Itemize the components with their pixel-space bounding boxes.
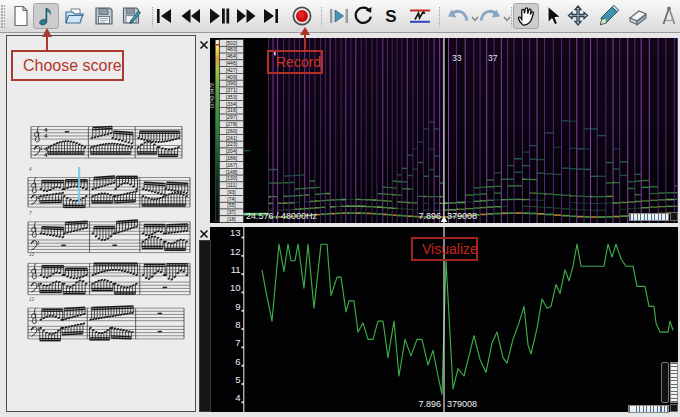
fast-forward-button[interactable] [233, 3, 259, 29]
floppy-disk-icon [92, 4, 116, 28]
frequency-bin-label: [316] [226, 107, 238, 113]
frequency-bin-label: [371] [226, 87, 238, 93]
rewind-to-start-button[interactable] [151, 3, 177, 29]
annotation-record-arrow-line [304, 33, 306, 50]
choose-score-button[interactable] [33, 3, 59, 29]
save-session-button[interactable] [91, 3, 117, 29]
frequency-bin-label: [483] [226, 46, 238, 52]
close-pane-top-icon[interactable] [199, 40, 209, 50]
y-axis-tick-label: 13 [230, 227, 241, 238]
measure-number-overlay: 33 [452, 53, 462, 63]
play-selection-button[interactable] [326, 3, 352, 29]
select-tool-button[interactable] [540, 3, 566, 29]
annotation-visualize: Visualize [411, 237, 478, 261]
align-button[interactable] [407, 3, 433, 29]
zoom-reset-button-top[interactable] [670, 212, 678, 221]
close-pane-bottom-icon[interactable] [199, 229, 209, 239]
frequency-bin-label: [353] [226, 94, 238, 100]
new-session-button[interactable] [8, 3, 34, 29]
cursor-arrow-icon [541, 4, 565, 28]
measure-number-overlay: 37 [488, 53, 498, 63]
score-panel[interactable]: 4444471013 [6, 35, 196, 412]
frequency-bin-label: [111] [226, 182, 237, 188]
edit-tool-button[interactable] [565, 3, 591, 29]
frequency-bin-label: [55] [227, 202, 236, 208]
erase-tool-button[interactable] [625, 3, 651, 29]
annotation-record: Record [267, 50, 323, 74]
frequency-bin-label: [167] [226, 162, 238, 168]
redo-button[interactable] [477, 3, 503, 29]
sheet-music: 4444471013 [7, 36, 195, 411]
save-session-as-button[interactable] [119, 3, 145, 29]
frequency-bin-label: [223] [226, 141, 238, 147]
zoom-wheel-horizontal-top[interactable] [629, 213, 669, 221]
frequency-bin-label: [278] [226, 121, 238, 127]
frequency-bin-label: [409] [226, 74, 238, 80]
zoom-wheel-vertical-bottom[interactable] [670, 362, 678, 403]
measure-tool-button[interactable] [656, 3, 680, 29]
frequency-bin-label: [502] [226, 40, 238, 46]
rewind-icon [179, 4, 203, 28]
solo-button[interactable]: S [378, 3, 404, 29]
pane-property-strip[interactable] [199, 240, 211, 412]
skip-end-icon [259, 4, 283, 28]
svg-text:4: 4 [29, 167, 32, 172]
play-selection-icon [327, 4, 351, 28]
annotation-record-arrow-head [300, 27, 310, 35]
frequency-bin-label: [334] [226, 101, 238, 107]
move-cross-icon [566, 4, 590, 28]
pencil-icon [596, 4, 620, 28]
frequency-bin-label: [18] [227, 216, 236, 222]
playhead-time: 7.896 [418, 211, 441, 221]
navigate-tool-button[interactable] [513, 3, 539, 29]
undo-arrow-icon [446, 4, 470, 28]
svg-text:10: 10 [29, 252, 35, 257]
play-pause-icon [207, 4, 231, 28]
frequency-bin-label: [37] [227, 209, 236, 215]
score-playback-cursor [78, 167, 80, 204]
annotation-visualize-label: Visualize [413, 241, 478, 257]
toolbar-grip[interactable] [1, 5, 5, 28]
open-folder-icon [63, 4, 87, 28]
music-note-icon [34, 4, 58, 28]
document-icon [9, 4, 33, 28]
align-icon [408, 4, 432, 28]
frequency-bin-label: [186] [226, 155, 238, 161]
toolbar-separator [321, 7, 322, 26]
redo-arrow-icon [478, 4, 502, 28]
frequency-bin-label: [446] [226, 60, 238, 66]
frequency-bin-label: [260] [226, 128, 238, 134]
y-axis-tick-label: 6 [235, 356, 240, 367]
play-pause-button[interactable] [206, 3, 232, 29]
zoom-reset-button-bottom[interactable] [670, 404, 678, 412]
svg-text:13: 13 [29, 297, 35, 302]
loop-playback-button[interactable] [350, 3, 376, 29]
hand-icon [514, 4, 538, 28]
y-axis-tick-label: 7 [235, 337, 240, 348]
frequency-bin-label: [93] [227, 189, 236, 195]
frequency-bin-label: [464] [226, 53, 238, 59]
rewind-button[interactable] [178, 3, 204, 29]
y-axis-tick-label: 11 [231, 264, 241, 275]
frequency-bin-label: [297] [226, 114, 238, 120]
floppy-pencil-icon [120, 4, 144, 28]
y-axis-tick-label: 10 [230, 282, 241, 293]
compass-icon [657, 4, 680, 28]
open-button[interactable] [62, 3, 88, 29]
redo-dropdown-chevron-icon[interactable] [502, 14, 512, 24]
fast-forward-to-end-button[interactable] [258, 3, 284, 29]
colour-scale-label: 0/743.9478 [210, 83, 215, 108]
y-axis-tick-label: 4 [235, 392, 240, 403]
fast-forward-icon [234, 4, 258, 28]
playhead-frame: 379008 [447, 399, 477, 409]
annotation-choose-score-arrow-line [46, 36, 48, 50]
record-button[interactable] [289, 3, 315, 29]
playhead-time: 7.896 [418, 399, 441, 409]
zoom-wheel-horizontal-bottom[interactable] [628, 405, 669, 413]
annotation-choose-score-label: Choose score [13, 57, 122, 75]
frequency-bin-label: [130] [226, 175, 238, 181]
undo-button[interactable] [445, 3, 471, 29]
draw-tool-button[interactable] [595, 3, 621, 29]
vertical-zoom-slider[interactable] [661, 362, 669, 403]
annotation-choose-score: Choose score [11, 50, 124, 81]
